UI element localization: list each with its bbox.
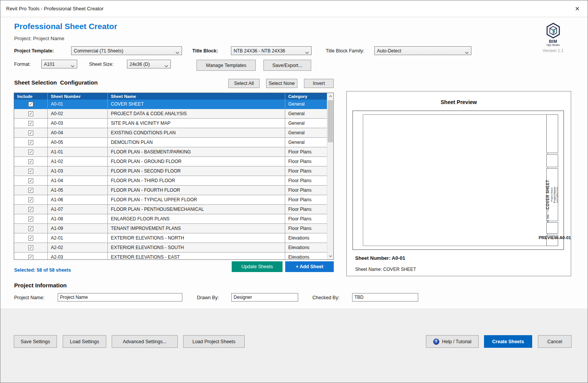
project-name-input[interactable]: Project Name [58,293,182,302]
sheet-table-header: Include Sheet Number Sheet Name Category [14,93,333,99]
sheet-size-label: Sheet Size: [89,62,114,67]
table-row[interactable]: ✓ A2-02 EXTERIOR ELEVATIONS - SOUTH Elev… [14,243,327,253]
table-row[interactable]: ✓ A1-04 FLOOR PLAN - THIRD FLOOR Floor P… [14,176,327,186]
include-checkbox[interactable]: ✓ [14,243,47,252]
drawn-by-input[interactable]: Designer [231,293,298,302]
sheet-name-cell: PROJECT DATA & CODE ANALYSIS [107,109,285,118]
dialog-window: Revit Pro Tools - Professional Sheet Cre… [0,0,588,383]
vertical-scrollbar[interactable] [327,93,333,259]
check-icon: ✓ [29,227,32,231]
sheet-number-cell: A1-04 [47,176,107,185]
sheet-size-dropdown[interactable]: 24x36 (D) [127,60,171,68]
include-checkbox[interactable]: ✓ [14,147,47,156]
sheet-number-cell: A0-02 [47,109,107,118]
sheet-table-body: ✓ A0-01 COVER SHEET General ✓ A0-02 PROJ… [14,99,327,260]
help-tutorial-button[interactable]: ? Help / Tutorial [426,335,479,348]
logo-text-ops-studio: Ops Studio [539,44,567,46]
sheet-name-cell: FLOOR PLAN - FOURTH FLOOR [107,186,285,195]
title-block-family-dropdown[interactable]: Auto-Detect [374,46,471,55]
table-row[interactable]: ✓ A1-09 TENANT IMPROVEMENT PLANS Floor P… [14,224,327,233]
chevron-down-icon [465,50,469,55]
include-checkbox[interactable]: ✓ [14,109,47,118]
chevron-down-icon [175,50,179,55]
category-cell: General [285,138,327,147]
include-checkbox[interactable]: ✓ [14,186,47,195]
include-checkbox[interactable]: ✓ [14,157,47,166]
column-header-sheet-number[interactable]: Sheet Number [47,93,107,99]
titleblock-job-title-label: JOB TITLE [547,215,549,223]
include-checkbox[interactable]: ✓ [14,233,47,243]
include-checkbox[interactable]: ✓ [14,128,47,137]
save-export-button[interactable]: Save/Export... [263,60,311,71]
table-row[interactable]: ✓ A0-04 EXISTING CONDITIONS PLAN General [14,128,327,138]
sheet-name-cell: FLOOR PLAN - PENTHOUSE/MECHANICAL [107,205,285,214]
select-all-button[interactable]: Select All [228,79,260,88]
close-button[interactable]: ✕ [572,3,583,14]
scroll-up-icon[interactable] [327,93,333,99]
format-dropdown[interactable]: A101 [41,60,77,68]
select-none-button[interactable]: Select None [266,79,297,88]
include-checkbox[interactable]: ✓ [14,253,47,260]
project-line: Project: Project Name [14,36,64,41]
table-row[interactable]: ✓ A0-05 DEMOLITION PLAN General [14,138,327,147]
check-icon: ✓ [29,160,32,164]
add-sheet-button[interactable]: + Add Sheet [285,261,334,272]
column-header-category[interactable]: Category [285,93,320,99]
table-row[interactable]: ✓ A1-08 ENLARGED FLOOR PLANS Floor Plans [14,214,327,224]
sheet-number-cell: A2-03 [47,253,107,260]
invert-button[interactable]: Invert [304,79,334,88]
include-checkbox[interactable]: ✓ [14,214,47,223]
sheet-name-cell: DEMOLITION PLAN [107,138,285,147]
project-template-dropdown[interactable]: Commercial (71 Sheets) [71,46,182,55]
table-row[interactable]: ✓ A2-03 EXTERIOR ELEVATIONS - EAST Eleva… [14,253,327,260]
update-sheets-button[interactable]: Update Sheets [232,261,283,272]
cancel-button[interactable]: Cancel [538,335,572,348]
table-row[interactable]: ✓ A1-03 FLOOR PLAN - SECOND FLOOR Floor … [14,166,327,176]
table-row[interactable]: ✓ A1-02 FLOOR PLAN - GROUND FLOOR Floor … [14,157,327,166]
table-row[interactable]: ✓ A0-02 PROJECT DATA & CODE ANALYSIS Gen… [14,109,327,119]
close-icon: ✕ [575,5,580,12]
manage-templates-button[interactable]: Manage Templates [197,60,256,71]
include-checkbox[interactable]: ✓ [14,195,47,204]
category-cell: Floor Plans [285,224,327,233]
table-row[interactable]: ✓ A0-03 SITE PLAN & VICINITY MAP General [14,119,327,128]
help-icon: ? [433,339,439,345]
scrollbar-thumb[interactable] [328,100,333,142]
include-checkbox[interactable]: ✓ [14,99,47,109]
scroll-down-icon[interactable] [327,253,333,259]
table-row[interactable]: ✓ A2-01 EXTERIOR ELEVATIONS - NORTH Elev… [14,233,327,243]
titleblock-sheet-title: COVER SHEET [546,180,550,209]
category-cell: General [285,119,327,128]
load-project-sheets-button[interactable]: Load Project Sheets [183,335,245,348]
include-checkbox[interactable]: ✓ [14,205,47,214]
category-cell: General [285,128,327,137]
title-block-dropdown[interactable]: NTB 24X36 - NTB 24X36 [231,46,312,55]
table-row[interactable]: ✓ A1-05 FLOOR PLAN - FOURTH FLOOR Floor … [14,186,327,195]
category-cell: Elevations [285,243,327,252]
project-template-label: Project Template: [14,48,54,54]
title-bar: Revit Pro Tools - Professional Sheet Cre… [0,0,588,17]
table-row[interactable]: ✓ A1-01 FLOOR PLAN - BASEMENT/PARKING Fl… [14,147,327,157]
include-checkbox[interactable]: ✓ [14,224,47,233]
checked-by-input[interactable]: TBD [352,293,418,302]
include-checkbox[interactable]: ✓ [14,166,47,176]
sheet-name-cell: TENANT IMPROVEMENT PLANS [107,224,285,233]
load-settings-button[interactable]: Load Settings [63,335,106,348]
table-row[interactable]: ✓ A1-06 FLOOR PLAN - TYPICAL UPPER FLOOR… [14,195,327,205]
include-checkbox[interactable]: ✓ [14,138,47,147]
check-icon: ✓ [29,150,32,154]
sheet-number-cell: A1-06 [47,195,107,204]
include-checkbox[interactable]: ✓ [14,119,47,128]
advanced-settings-button[interactable]: Advanced Settings... [112,335,178,348]
column-header-sheet-name[interactable]: Sheet Name [107,93,285,99]
preview-sheet-number: Sheet Number: A0-01 [355,255,405,261]
column-header-include[interactable]: Include [14,93,47,99]
save-settings-button[interactable]: Save Settings [14,335,57,348]
check-icon: ✓ [29,131,32,135]
format-label: Format: [14,62,31,67]
page-title: Professional Sheet Creator [14,22,117,31]
table-row[interactable]: ✓ A0-01 COVER SHEET General [14,99,327,109]
create-sheets-button[interactable]: Create Sheets [484,335,532,348]
include-checkbox[interactable]: ✓ [14,176,47,185]
table-row[interactable]: ✓ A1-07 FLOOR PLAN - PENTHOUSE/MECHANICA… [14,205,327,214]
